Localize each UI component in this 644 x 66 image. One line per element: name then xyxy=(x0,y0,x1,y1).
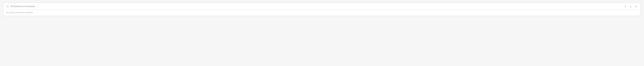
search-input[interactable] xyxy=(10,5,622,8)
search-icon xyxy=(6,5,9,8)
no-results-message: No se han encontrado resultados xyxy=(6,10,638,14)
search-actions xyxy=(624,5,638,8)
search-panel: No se han encontrado resultados xyxy=(3,3,641,16)
search-row xyxy=(6,5,638,10)
arrow-down-icon xyxy=(629,5,632,8)
close-search-button[interactable] xyxy=(634,5,638,8)
close-icon xyxy=(635,5,637,8)
prev-result-button[interactable] xyxy=(624,5,627,8)
svg-line-1 xyxy=(8,7,9,7)
next-result-button[interactable] xyxy=(629,5,632,8)
arrow-up-icon xyxy=(624,5,626,8)
